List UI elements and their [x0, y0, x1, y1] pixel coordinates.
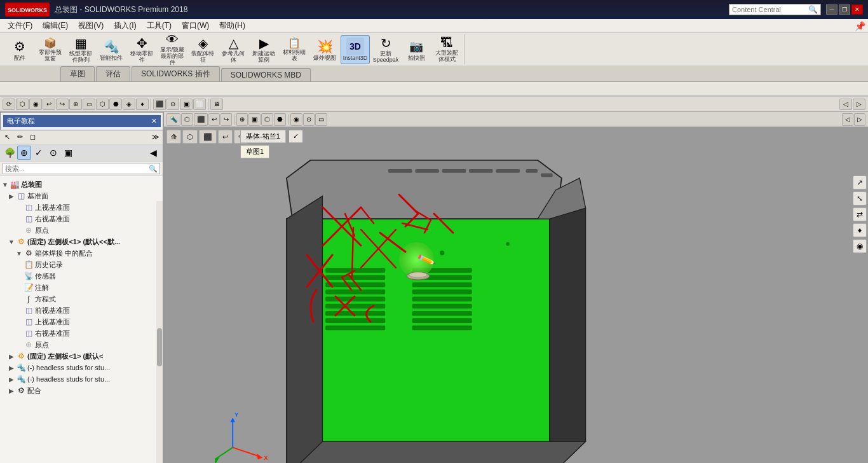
ann-btn-2[interactable]: ⤡ [853, 191, 867, 205]
tree-item-shangji[interactable]: ◫ 上视基准面 [0, 202, 163, 213]
view-display-5[interactable]: ↪ [220, 113, 232, 126]
tree-item-box-weld[interactable]: ▼ ⚙ 箱体焊接 中的配合 [0, 247, 163, 259]
menu-insert[interactable]: 插入(I) [109, 19, 141, 32]
tree-item-youji[interactable]: ◫ 右视基准面 [0, 213, 163, 225]
view-display-8[interactable]: ⬡ [261, 113, 273, 126]
properties-icon[interactable]: ⊕ [17, 146, 31, 160]
search-input[interactable] [732, 6, 808, 13]
view-orient-1[interactable]: ⟰ [166, 130, 181, 144]
menu-view[interactable]: 视图(V) [73, 19, 109, 32]
lt-cursor[interactable]: ↖ [1, 132, 13, 143]
tutorial-close-button[interactable]: ✕ [151, 117, 157, 125]
menu-file[interactable]: 文件(F) [3, 19, 37, 32]
view-cmd-13[interactable]: ⊙ [166, 99, 179, 110]
sketch-label-text[interactable]: 草图1 [240, 145, 269, 158]
menu-tools[interactable]: 工具(T) [142, 19, 177, 32]
view-cmd-15[interactable]: ⬜ [193, 99, 206, 110]
view-orient-3[interactable]: ⬛ [199, 130, 217, 144]
menu-window[interactable]: 窗口(W) [177, 19, 214, 32]
tree-item-note[interactable]: 📝 注解 [0, 282, 163, 293]
display-state-icon[interactable]: ⊙ [46, 146, 60, 160]
tree-item-peihe[interactable]: ▶ ⚙ 配合 [0, 385, 163, 396]
tree-item-formula[interactable]: ∫ 方程式 [0, 293, 163, 305]
viewport[interactable]: 🔦 ⬡ ⬛ ↩ ↪ ⊕ ▣ ⬡ ⬣ ◉ ⊙ ▭ ◁ ▷ ⟰ ⬡ ⬛ ↩ ↪ [164, 112, 868, 463]
large-assembly-button[interactable]: 🏗 大型装配体模式 [432, 35, 461, 64]
tree-item-jizhun[interactable]: ▶ ◫ 基准面 [0, 190, 163, 202]
view-cmd-7[interactable]: ▭ [83, 99, 95, 110]
tree-item-headless2[interactable]: ▶ 🔩 (-) headless studs for stu... [0, 373, 163, 385]
view-display-3[interactable]: ⬛ [194, 113, 208, 126]
panel-collapse-button[interactable]: ▷ [853, 99, 865, 110]
view-cmd-1[interactable]: ⟳ [3, 99, 15, 110]
restore-button[interactable]: ❐ [839, 4, 850, 15]
tree-item-front-plane[interactable]: ◫ 前视基准面 [0, 305, 163, 316]
config-icon[interactable]: ✓ [32, 146, 46, 160]
view-display-10[interactable]: ◉ [290, 113, 302, 126]
bom-button[interactable]: 📋 材料明细表 [280, 35, 309, 64]
view-cmd-16[interactable]: 🖥 [210, 99, 223, 110]
view-display-9[interactable]: ⬣ [274, 113, 286, 126]
pin-icon[interactable]: 📌 [855, 21, 865, 31]
show-hide-button[interactable]: 👁 显示/隐藏最新的部件 [158, 35, 187, 64]
collapse-view-button[interactable]: ▷ [854, 113, 865, 126]
view-cmd-14[interactable]: ▣ [180, 99, 193, 110]
feature-tree-icon[interactable]: 🌳 [3, 146, 17, 160]
tree-scrollbar-thumb[interactable] [157, 328, 162, 366]
view-cmd-6[interactable]: ⊕ [69, 99, 82, 110]
view-cmd-5[interactable]: ↪ [56, 99, 69, 110]
lt-pencil[interactable]: ✏ [14, 132, 25, 143]
ann-btn-5[interactable]: ◉ [853, 239, 867, 253]
lt-expand[interactable]: ≫ [150, 132, 161, 143]
tree-item-zuoban[interactable]: ▼ ⚙ (固定) 左侧板<1> (默认<<默... [0, 236, 163, 247]
ann-btn-1[interactable]: ↗ [853, 176, 867, 190]
update-speedpak-button[interactable]: ↻ 更新 Speedpak [371, 35, 400, 64]
tree-search-input[interactable] [5, 165, 149, 172]
base-label[interactable]: 基体-祐兰1 [240, 130, 286, 143]
smart-fastener-button[interactable]: 🔩 智能扣件 [97, 35, 126, 64]
zero-preview-button[interactable]: 📦 零部件预览窗 [36, 35, 65, 64]
tree-item-headless1[interactable]: ▶ 🔩 (-) headless studs for stu... [0, 362, 163, 373]
base-label-check[interactable]: ✓ [288, 130, 303, 143]
motion-study-icon[interactable]: ▣ [61, 146, 75, 160]
expand-view-button[interactable]: ◁ [842, 113, 853, 126]
view-display-2[interactable]: ⬡ [181, 113, 193, 126]
tree-item-zuoban2[interactable]: ▶ ⚙ (固定) 左侧板<1> (默认< [0, 350, 163, 362]
tree-item-right-plane[interactable]: ◫ 右视基准面 [0, 328, 163, 339]
panel-expand-button[interactable]: ◁ [839, 99, 852, 110]
ref-geo-button[interactable]: △ 参考几何体 [219, 35, 248, 64]
lt-eraser[interactable]: ◻ [27, 132, 38, 143]
view-display-7[interactable]: ▣ [248, 113, 261, 126]
view-cmd-9[interactable]: ⬣ [109, 99, 122, 110]
view-cmd-8[interactable]: ⬡ [96, 99, 109, 110]
tab-caotu[interactable]: 草图 [60, 66, 95, 81]
instant3d-button[interactable]: 3D Instant3D [341, 35, 370, 64]
view-display-11[interactable]: ⊙ [303, 113, 315, 126]
view-cmd-12[interactable]: ⬛ [153, 99, 166, 110]
tree-item-root[interactable]: ▼ 🏭 总装图 [0, 179, 163, 190]
tree-item-top-plane[interactable]: ◫ 上视基准面 [0, 316, 163, 328]
tree-item-origin2[interactable]: ⊕ 原点 [0, 339, 163, 350]
view-display-4[interactable]: ↩ [208, 113, 220, 126]
view-display-12[interactable]: ▭ [315, 113, 327, 126]
view-cmd-2[interactable]: ⬡ [16, 99, 29, 110]
collapse-left-button[interactable]: ◀ [146, 146, 160, 160]
close-button[interactable]: ✕ [851, 4, 863, 15]
tree-item-yuandian[interactable]: ⊕ 原点 [0, 225, 163, 236]
snapshot-button[interactable]: 📷 拍快照 [402, 35, 431, 64]
view-cmd-4[interactable]: ↩ [43, 99, 55, 110]
view-orient-4[interactable]: ↩ [218, 130, 233, 144]
view-display-1[interactable]: 🔦 [166, 113, 180, 126]
tree-scrollbar[interactable] [156, 201, 163, 463]
menu-edit[interactable]: 编辑(E) [37, 19, 73, 32]
pei-button[interactable]: ⚙ 配件 [5, 35, 34, 64]
tree-item-history[interactable]: 📋 历史记录 [0, 259, 163, 270]
new-motion-button[interactable]: ▶ 新建运动算例 [249, 35, 278, 64]
tab-pinggu[interactable]: 评估 [96, 66, 130, 81]
ann-btn-3[interactable]: ⇄ [853, 207, 867, 221]
view-cmd-3[interactable]: ◉ [29, 99, 42, 110]
array-button[interactable]: ▦ 线型零部件阵列 [66, 35, 95, 64]
move-comp-button[interactable]: ✥ 移动零部件 [127, 35, 156, 64]
view-cmd-11[interactable]: ♦ [136, 99, 149, 110]
view-cmd-10[interactable]: ◈ [123, 99, 135, 110]
tab-sw-plugin[interactable]: SOLIDWORKS 插件 [132, 66, 220, 81]
